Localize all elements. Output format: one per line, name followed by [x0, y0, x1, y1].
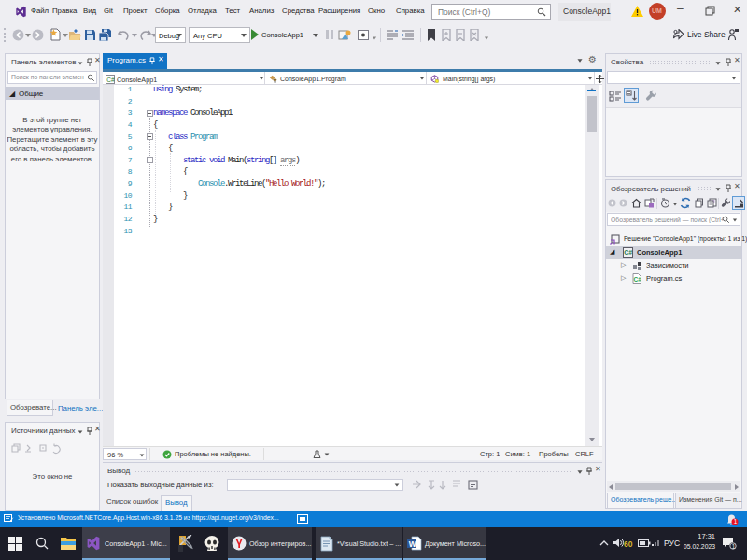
svg-text:1: 1 — [734, 518, 738, 525]
svg-text:W: W — [409, 539, 417, 549]
svg-text:C#: C# — [624, 249, 632, 256]
svg-text:C#: C# — [106, 76, 115, 82]
svg-text:1: 1 — [732, 543, 736, 550]
svg-text:C#: C# — [634, 276, 642, 283]
